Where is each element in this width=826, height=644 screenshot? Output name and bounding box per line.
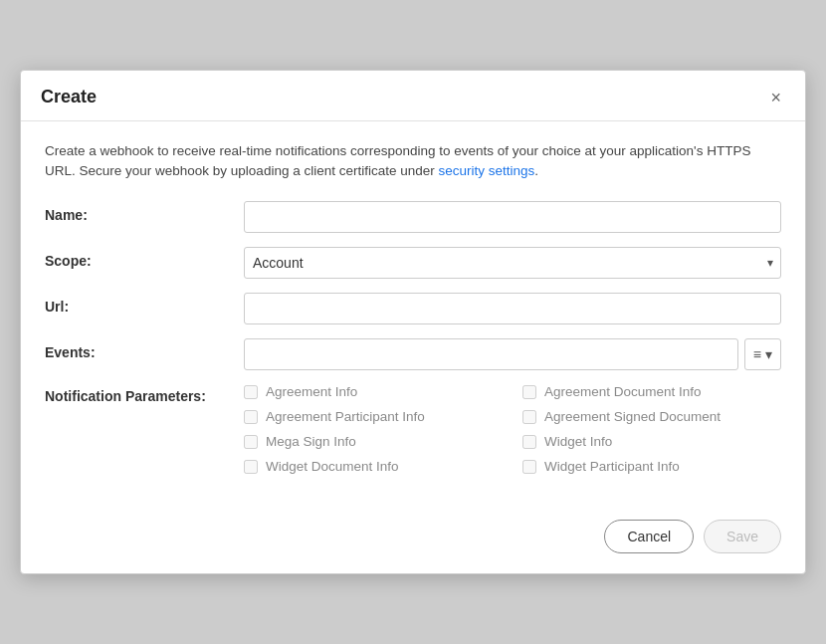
modal-title: Create	[41, 87, 97, 107]
checkbox-agreement-info-input[interactable]	[244, 385, 258, 399]
url-input-wrap	[244, 293, 781, 324]
checkbox-widget-info-input[interactable]	[522, 435, 536, 449]
checkbox-widget-participant-info-input[interactable]	[522, 460, 536, 474]
name-row: Name:	[45, 201, 781, 233]
checkbox-widget-document-info-input[interactable]	[244, 460, 258, 474]
create-modal: Create × Create a webhook to receive rea…	[20, 70, 806, 575]
checkbox-widget-info: Widget Info	[522, 434, 781, 449]
events-dropdown-arrow-icon: ▾	[765, 346, 772, 362]
events-menu-button[interactable]: ≡ ▾	[744, 338, 781, 370]
checkboxes-grid: Agreement Info Agreement Document Info A…	[244, 384, 781, 474]
checkbox-mega-sign-info-label: Mega Sign Info	[266, 434, 356, 449]
checkbox-widget-info-label: Widget Info	[544, 434, 612, 449]
events-controls: ≡ ▾	[244, 338, 781, 370]
checkbox-agreement-document-info-input[interactable]	[522, 385, 536, 399]
checkbox-widget-participant-info-label: Widget Participant Info	[544, 459, 680, 474]
checkbox-widget-participant-info: Widget Participant Info	[522, 459, 781, 474]
save-button[interactable]: Save	[704, 520, 781, 553]
url-input[interactable]	[244, 293, 781, 324]
checkbox-widget-document-info-label: Widget Document Info	[266, 459, 399, 474]
checkbox-agreement-participant-info: Agreement Participant Info	[244, 409, 503, 424]
name-input[interactable]	[244, 201, 781, 233]
notification-params-row: Notification Parameters: Agreement Info …	[45, 384, 781, 474]
checkbox-widget-document-info: Widget Document Info	[244, 459, 503, 474]
close-button[interactable]: ×	[766, 87, 785, 108]
cancel-button[interactable]: Cancel	[604, 520, 694, 553]
scope-label: Scope:	[45, 247, 244, 269]
url-row: Url:	[45, 293, 781, 324]
name-input-wrap	[244, 201, 781, 233]
checkbox-agreement-document-info-label: Agreement Document Info	[544, 384, 702, 399]
checkbox-agreement-participant-info-label: Agreement Participant Info	[266, 409, 425, 424]
name-label: Name:	[45, 201, 244, 223]
checkbox-agreement-signed-document-input[interactable]	[522, 410, 536, 424]
scope-row: Scope: Account User Group ▾	[45, 247, 781, 279]
checkbox-mega-sign-info: Mega Sign Info	[244, 434, 503, 449]
events-input[interactable]	[244, 338, 738, 370]
security-settings-link[interactable]: security settings	[438, 163, 534, 178]
url-label: Url:	[45, 293, 244, 315]
events-label: Events:	[45, 338, 244, 360]
checkbox-agreement-signed-document: Agreement Signed Document	[522, 409, 781, 424]
notification-params-label: Notification Parameters:	[45, 384, 244, 404]
checkbox-agreement-info: Agreement Info	[244, 384, 503, 399]
scope-select[interactable]: Account User Group	[244, 247, 781, 279]
scope-select-wrap: Account User Group ▾	[244, 247, 781, 279]
modal-body: Create a webhook to receive real-time no…	[21, 121, 805, 509]
backdrop: Create × Create a webhook to receive rea…	[0, 0, 826, 644]
checkbox-agreement-participant-info-input[interactable]	[244, 410, 258, 424]
checkbox-agreement-document-info: Agreement Document Info	[522, 384, 781, 399]
menu-lines-icon: ≡	[753, 346, 761, 362]
events-input-wrap: ≡ ▾	[244, 338, 781, 370]
checkbox-agreement-signed-document-label: Agreement Signed Document	[544, 409, 721, 424]
checkbox-mega-sign-info-input[interactable]	[244, 435, 258, 449]
scope-dropdown-wrapper: Account User Group ▾	[244, 247, 781, 279]
modal-footer: Cancel Save	[21, 508, 805, 573]
events-row: Events: ≡ ▾	[45, 338, 781, 370]
description-text: Create a webhook to receive real-time no…	[45, 141, 781, 182]
checkbox-agreement-info-label: Agreement Info	[266, 384, 357, 399]
modal-header: Create ×	[21, 71, 805, 121]
